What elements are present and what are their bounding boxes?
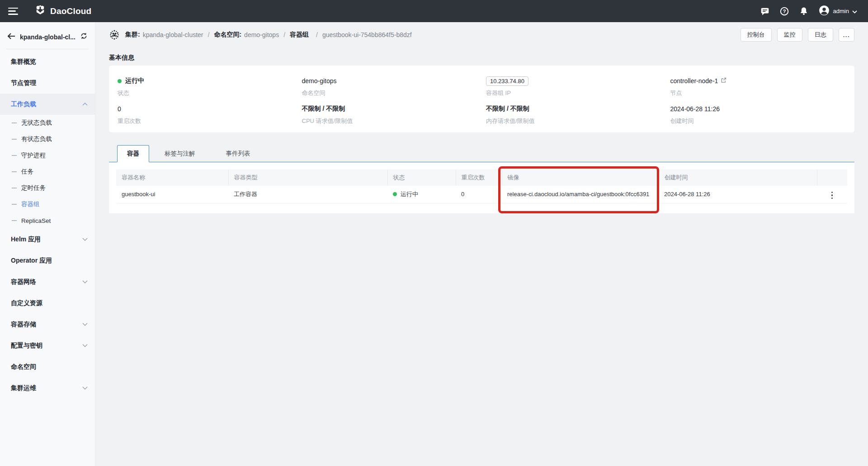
sidebar-item-container-network[interactable]: 容器网络 — [0, 271, 95, 292]
sidebar-item-workloads[interactable]: 工作负载 — [0, 94, 95, 115]
sidebar-item-cluster-overview[interactable]: 集群概览 — [0, 51, 95, 72]
sidebar-item-cluster-ops[interactable]: 集群运维 — [0, 377, 95, 399]
logs-button[interactable]: 日志 — [808, 28, 833, 42]
daocloud-logo-icon — [34, 5, 46, 18]
refresh-icon[interactable] — [80, 32, 88, 42]
sidebar-item-config-secrets[interactable]: 配置与密钥 — [0, 335, 95, 356]
more-actions-button[interactable]: ... — [839, 28, 854, 42]
cell-status: 运行中 — [387, 186, 456, 203]
status-dot-green — [393, 192, 397, 196]
sidebar-item-namespaces[interactable]: 命名空间 — [0, 356, 95, 377]
menu-toggle-icon[interactable] — [8, 8, 18, 15]
svg-text:?: ? — [783, 8, 786, 14]
dash-icon — [12, 188, 17, 188]
help-icon[interactable]: ? — [779, 6, 790, 16]
chevron-down-icon — [82, 323, 88, 326]
sidebar-item-node-management[interactable]: 节点管理 — [0, 72, 95, 94]
table-header-row: 容器名称 容器类型 状态 重启次数 镜像 创建时间 — [116, 169, 847, 186]
col-restarts: 重启次数 — [456, 169, 502, 186]
table-row: guestbook-ui 工作容器 运行中 0 release-ci.daocl… — [116, 186, 847, 203]
basic-info-card: 运行中 状态 demo-gitops 命名空间 10.233.74.80 容器组… — [109, 66, 854, 132]
containers-panel: 容器名称 容器类型 状态 重启次数 镜像 创建时间 guestbook-ui 工… — [109, 162, 854, 213]
avatar — [818, 5, 830, 18]
sidebar-item-statefulsets[interactable]: 有状态负载 — [0, 131, 95, 147]
dash-icon — [12, 122, 17, 123]
pod-cluster-icon — [109, 29, 120, 40]
dash-icon — [12, 220, 17, 221]
pod-ip-chip: 10.233.74.80 — [486, 76, 528, 86]
cell-image: release-ci.daocloud.io/amamba-ci/guestbo… — [502, 186, 659, 203]
chevron-down-icon — [82, 280, 88, 283]
monitor-button[interactable]: 监控 — [777, 28, 802, 42]
message-icon[interactable] — [760, 6, 770, 16]
col-created: 创建时间 — [659, 169, 817, 186]
username: admin — [833, 8, 849, 14]
col-container-type: 容器类型 — [228, 169, 387, 186]
notifications-bell-icon[interactable] — [799, 6, 809, 16]
dash-icon — [12, 139, 17, 140]
cell-restarts: 0 — [456, 186, 502, 203]
col-container-name: 容器名称 — [116, 169, 228, 186]
dash-icon — [12, 171, 17, 172]
chevron-down-icon — [82, 386, 88, 390]
breadcrumb-pod-name: guestbook-ui-754bb864f5-b8dzf — [322, 31, 412, 38]
sidebar-item-jobs[interactable]: 任务 — [0, 164, 95, 180]
sidebar: kpanda-global-cl... 集群概览 节点管理 工作负载 无状态负载 — [0, 22, 95, 466]
chevron-down-icon — [82, 238, 88, 241]
main-content: 集群: kpanda-global-cluster / 命名空间: demo-g… — [95, 22, 868, 466]
row-kebab-menu-icon[interactable] — [830, 190, 835, 201]
cell-actions — [817, 186, 847, 203]
cell-container-type: 工作容器 — [228, 186, 387, 203]
field-created: 2024-06-28 11:26 创建时间 — [670, 104, 855, 132]
sidebar-item-helm-apps[interactable]: Helm 应用 — [0, 229, 95, 250]
col-status: 状态 — [387, 169, 456, 186]
breadcrumb-cluster-label: 集群: — [125, 31, 140, 39]
col-image: 镜像 — [502, 169, 659, 186]
field-cpu: 不限制 / 不限制 CPU 请求值/限制值 — [302, 104, 486, 132]
external-link-icon — [721, 77, 726, 85]
containers-table: 容器名称 容器类型 状态 重启次数 镜像 创建时间 guestbook-ui 工… — [116, 169, 847, 203]
user-menu[interactable]: admin — [818, 5, 857, 18]
field-node: controller-node-1 节点 — [670, 76, 855, 104]
breadcrumb-namespace-value[interactable]: demo-gitops — [244, 31, 279, 38]
sidebar-item-cronjobs[interactable]: 定时任务 — [0, 180, 95, 196]
field-namespace: demo-gitops 命名空间 — [302, 76, 486, 104]
tab-events[interactable]: 事件列表 — [211, 145, 266, 162]
field-status: 运行中 状态 — [118, 76, 302, 104]
sidebar-item-container-storage[interactable]: 容器存储 — [0, 314, 95, 335]
cell-created: 2024-06-28 11:26 — [659, 186, 817, 203]
breadcrumb-namespace-label: 命名空间: — [214, 31, 241, 39]
status-dot-green — [118, 79, 122, 83]
breadcrumb-cluster-value[interactable]: kpanda-global-cluster — [143, 31, 203, 38]
sidebar-item-pods[interactable]: 容器组 — [0, 196, 95, 212]
back-arrow-icon[interactable] — [7, 33, 15, 41]
chevron-down-icon — [82, 344, 88, 347]
dash-icon — [12, 155, 17, 156]
sidebar-item-operator-apps[interactable]: Operator 应用 — [0, 250, 95, 271]
breadcrumb: 集群: kpanda-global-cluster / 命名空间: demo-g… — [109, 29, 412, 40]
field-pod-ip: 10.233.74.80 容器组 IP — [486, 76, 670, 104]
chevron-up-icon — [82, 103, 88, 106]
node-link[interactable]: controller-node-1 — [670, 76, 855, 85]
topbar: DaoCloud ? — [0, 0, 868, 22]
tab-labels-annotations[interactable]: 标签与注解 — [149, 145, 211, 162]
sidebar-item-daemonsets[interactable]: 守护进程 — [0, 147, 95, 164]
brand-logo: DaoCloud — [34, 5, 91, 18]
brand-name: DaoCloud — [50, 6, 91, 16]
dash-icon — [12, 204, 17, 205]
field-restarts: 0 重启次数 — [118, 104, 302, 132]
console-button[interactable]: 控制台 — [741, 28, 772, 42]
sidebar-item-deployments[interactable]: 无状态负载 — [0, 115, 95, 131]
sidebar-item-replicaset[interactable]: ReplicaSet — [0, 212, 95, 229]
basic-info-title: 基本信息 — [109, 54, 854, 62]
detail-tabs: 容器 标签与注解 事件列表 — [109, 145, 854, 162]
user-caret-down-icon — [852, 7, 857, 15]
cell-container-name: guestbook-ui — [116, 186, 228, 203]
field-memory: 不限制 / 不限制 内存请求值/限制值 — [486, 104, 670, 132]
breadcrumb-pods-label[interactable]: 容器组 — [290, 31, 309, 39]
col-actions — [817, 169, 847, 186]
tab-containers[interactable]: 容器 — [117, 145, 149, 162]
cluster-switcher[interactable]: kpanda-global-cl... — [20, 33, 75, 41]
sidebar-item-custom-resources[interactable]: 自定义资源 — [0, 292, 95, 314]
